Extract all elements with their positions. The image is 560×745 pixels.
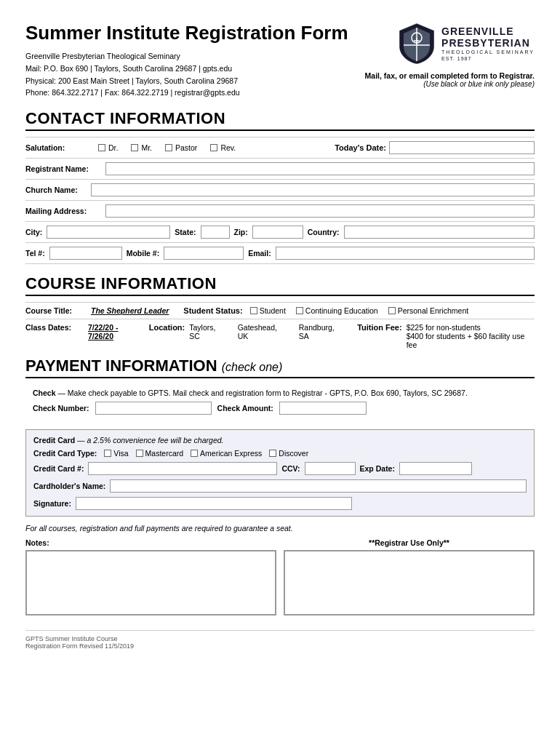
notes-section: Notes: **Registrar Use Only** (25, 538, 535, 615)
contact-line-4: Phone: 864.322.2717 | Fax: 864.322.2719 … (25, 87, 365, 99)
cc-discover-label: Discover (279, 449, 308, 458)
ccv-input[interactable] (305, 462, 356, 475)
cc-mastercard-checkbox[interactable] (136, 450, 143, 457)
salutation-pastor-label: Pastor (175, 143, 197, 152)
cc-type-visa[interactable]: Visa (104, 449, 128, 458)
credit-card-label: Credit Card (33, 436, 75, 445)
cc-em-dash: — (77, 436, 85, 445)
contact-line-1: Greenville Presbyterian Theological Semi… (25, 50, 365, 63)
location-3: Randburg, SA (299, 323, 345, 340)
city-input[interactable] (47, 226, 170, 239)
cc-discover-checkbox[interactable] (269, 450, 276, 457)
notes-label: Notes: (25, 538, 276, 547)
status-continuing-checkbox[interactable] (296, 307, 303, 314)
contact-section-header: CONTACT INFORMATION (25, 109, 535, 131)
payment-section: PAYMENT INFORMATION (check one) Check — … (25, 356, 535, 533)
contact-form: Salutation: Dr. Mr. Pastor Rev. Today's … (25, 137, 535, 264)
state-input[interactable] (201, 226, 230, 239)
today-date-input[interactable] (389, 141, 535, 154)
salutation-row: Salutation: Dr. Mr. Pastor Rev. Today's … (25, 137, 535, 154)
payment-title-text: PAYMENT INFORMATION (25, 356, 217, 375)
email-input[interactable] (276, 247, 535, 260)
logo-theological: THEOLOGICAL SEMINARY (441, 49, 535, 56)
registrant-name-input[interactable] (105, 162, 535, 175)
notes-boxes (25, 550, 535, 615)
cc-amex-checkbox[interactable] (191, 450, 198, 457)
registrar-textarea[interactable] (284, 551, 534, 615)
cc-type-mastercard[interactable]: Mastercard (136, 449, 184, 458)
check-amount-label: Check Amount: (217, 404, 273, 413)
mobile-label: Mobile #: (127, 249, 160, 258)
check-amount-input[interactable] (279, 402, 367, 415)
check-number-input[interactable] (95, 402, 212, 415)
tel-row: Tel #: Mobile #: Email: (25, 242, 535, 264)
cc-type-label: Credit Card Type: (33, 449, 97, 458)
status-continuing[interactable]: Continuing Education (296, 306, 378, 315)
cc-number-input[interactable] (88, 462, 277, 475)
salutation-pastor-checkbox[interactable] (165, 144, 172, 151)
email-label: Email: (248, 249, 271, 258)
tuition-values: $225 for non-students $400 for students … (407, 323, 535, 349)
status-student[interactable]: Student (250, 306, 286, 315)
location-1: Taylors, SC (189, 323, 227, 340)
check-label: Check (33, 389, 56, 397)
signature-input[interactable] (76, 497, 352, 510)
salutation-pastor[interactable]: Pastor (165, 143, 197, 152)
status-student-label: Student (260, 306, 286, 315)
cc-visa-label: Visa (113, 449, 128, 458)
logo-greenville: GREENVILLE (441, 26, 535, 37)
credit-card-section: Credit Card — a 2.5% convenience fee wil… (25, 429, 535, 517)
salutation-mr[interactable]: Mr. (131, 143, 152, 152)
ccv-label: CCV: (281, 464, 300, 473)
church-name-input[interactable] (91, 183, 535, 196)
status-enrichment[interactable]: Personal Enrichment (388, 306, 468, 315)
status-enrichment-label: Personal Enrichment (398, 306, 468, 315)
status-student-checkbox[interactable] (250, 307, 257, 314)
cc-visa-checkbox[interactable] (104, 450, 111, 457)
logo-container: GREENVILLE PRESBYTERIAN THEOLOGICAL SEMI… (398, 22, 535, 65)
contact-line-3: Physical: 200 East Main Street | Taylors… (25, 75, 365, 87)
salutation-dr[interactable]: Dr. (98, 143, 118, 152)
registrar-box[interactable] (284, 550, 535, 615)
mailing-label: Mailing Address: (25, 207, 105, 215)
check-notice: Make check payable to GPTS. Mail check a… (68, 389, 468, 397)
salutation-rev[interactable]: Rev. (210, 143, 236, 152)
cc-mastercard-label: Mastercard (145, 449, 184, 458)
course-section-header: COURSE INFORMATION (25, 274, 535, 296)
mobile-input[interactable] (164, 247, 244, 260)
class-dates-value: 7/22/20 - 7/26/20 (88, 323, 145, 340)
cc-sig-row: Signature: (33, 497, 527, 510)
check-section: Check — Make check payable to GPTS. Mail… (25, 384, 535, 423)
mailing-address-input[interactable] (105, 204, 535, 218)
registrant-row: Registrant Name: (25, 158, 535, 175)
church-row: Church Name: (25, 179, 535, 196)
salutation-label: Salutation: (25, 143, 84, 152)
status-enrichment-checkbox[interactable] (388, 307, 396, 314)
notes-box[interactable] (25, 550, 276, 615)
course-title-row: Course Title: The Shepherd Leader Studen… (25, 302, 535, 315)
cardholder-name-input[interactable] (110, 479, 527, 493)
mail-notice: Mail, fax, or email completed form to Re… (365, 71, 535, 88)
cc-type-amex[interactable]: American Express (191, 449, 262, 458)
cc-fee-note: a 2.5% convenience fee will be charged. (87, 436, 224, 445)
country-input[interactable] (344, 226, 535, 239)
cc-header: Credit Card — a 2.5% convenience fee wil… (33, 436, 527, 445)
zip-input[interactable] (252, 226, 303, 239)
salutation-dr-checkbox[interactable] (98, 144, 105, 151)
contact-info: Greenville Presbyterian Theological Semi… (25, 50, 365, 99)
payment-title: PAYMENT INFORMATION (check one) (25, 356, 535, 378)
header-left: Summer Institute Registration Form Green… (25, 22, 365, 99)
cc-type-discover[interactable]: Discover (269, 449, 308, 458)
status-options: Student Continuing Education Personal En… (250, 306, 469, 315)
tel-input[interactable] (49, 247, 122, 260)
mail-notice-text: Mail, fax, or email completed form to Re… (365, 71, 535, 80)
exp-date-input[interactable] (399, 462, 472, 475)
salutation-mr-checkbox[interactable] (131, 144, 138, 151)
class-dates-label: Class Dates: (25, 323, 84, 332)
today-date-label: Today's Date: (335, 143, 386, 152)
tuition-line-1: $225 for non-students (407, 323, 535, 332)
shield-icon (398, 22, 436, 65)
notes-textarea[interactable] (26, 551, 276, 615)
salutation-rev-checkbox[interactable] (210, 144, 217, 151)
check-number-label: Check Number: (33, 404, 89, 413)
